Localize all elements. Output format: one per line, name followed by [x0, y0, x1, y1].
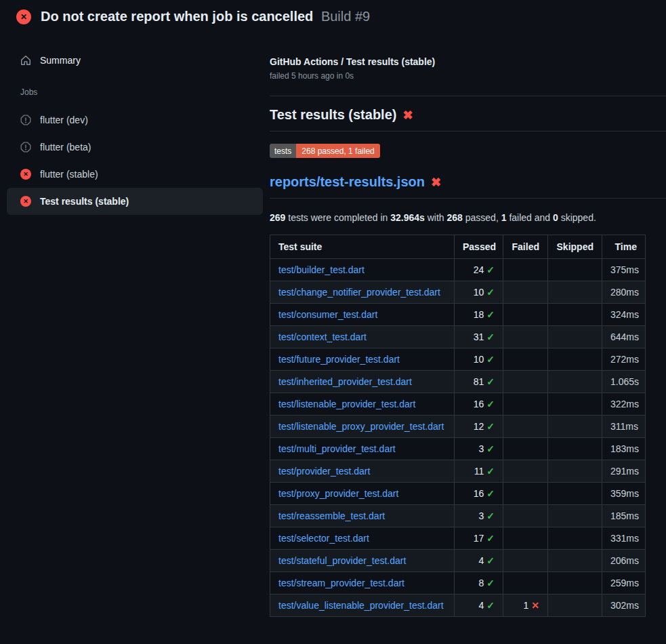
summary-segment: failed and: [507, 212, 554, 223]
passed-cell: 16✓: [455, 483, 503, 505]
skipped-cell: [548, 281, 602, 304]
column-header: Passed: [455, 235, 503, 259]
header-divider: [270, 96, 666, 96]
table-row: test/value_listenable_provider_test.dart…: [270, 595, 646, 617]
passed-count: 18: [474, 309, 484, 320]
suite-cell: test/stream_provider_test.dart: [270, 572, 455, 595]
failed-cell: [503, 505, 548, 527]
test-suite-link[interactable]: test/provider_test.dart: [278, 466, 370, 477]
test-suite-link[interactable]: test/value_listenable_provider_test.dart: [278, 600, 444, 611]
check-icon: ✓: [486, 354, 495, 365]
passed-cell: 8✓: [455, 572, 503, 595]
suite-cell: test/reassemble_test.dart: [270, 505, 455, 527]
skipped-cell: [548, 483, 602, 505]
job-status-line: failed 5 hours ago in 0s: [270, 71, 666, 81]
table-row: test/stream_provider_test.dart8✓259ms: [270, 572, 646, 595]
sidebar-item-job[interactable]: flutter (beta): [7, 134, 263, 161]
test-suite-link[interactable]: test/reassemble_test.dart: [278, 510, 385, 521]
failed-cross-icon: ✖: [402, 108, 413, 122]
time-cell: 206ms: [602, 550, 646, 572]
suite-cell: test/multi_provider_test.dart: [270, 438, 455, 460]
failed-cell: [503, 483, 548, 505]
summary-segment: 0: [553, 212, 558, 223]
table-row: test/context_test.dart31✓644ms: [270, 326, 646, 348]
check-icon: ✓: [486, 421, 495, 432]
passed-count: 81: [474, 376, 484, 387]
table-row: test/selector_test.dart17✓331ms: [270, 527, 646, 550]
table-row: test/inherited_provider_test.dart81✓1.06…: [270, 371, 646, 393]
column-header: Failed: [503, 235, 548, 259]
test-suite-link[interactable]: test/inherited_provider_test.dart: [278, 376, 412, 387]
table-row: test/consumer_test.dart18✓324ms: [270, 304, 646, 326]
passed-cell: 24✓: [455, 259, 503, 281]
test-suite-link[interactable]: test/proxy_provider_test.dart: [278, 488, 398, 499]
check-icon: ✓: [486, 376, 495, 387]
test-suite-link[interactable]: test/listenable_provider_test.dart: [278, 399, 415, 409]
table-row: test/stateful_provider_test.dart4✓206ms: [270, 550, 646, 572]
passed-cell: 16✓: [455, 393, 503, 416]
skipped-cell: [548, 550, 602, 572]
test-suite-link[interactable]: test/listenable_proxy_provider_test.dart: [278, 421, 444, 432]
sidebar-item-job[interactable]: ✕Test results (stable): [7, 188, 263, 215]
test-suite-link[interactable]: test/stream_provider_test.dart: [278, 578, 404, 588]
suite-cell: test/listenable_provider_test.dart: [270, 393, 455, 416]
time-cell: 183ms: [602, 438, 646, 460]
report-title: reports/test-results.json✖: [270, 174, 666, 199]
tests-summary-text: 269 tests were completed in 32.964s with…: [270, 212, 666, 223]
suite-cell: test/listenable_proxy_provider_test.dart: [270, 416, 455, 438]
suite-cell: test/builder_test.dart: [270, 259, 455, 281]
passed-count: 4: [478, 555, 484, 566]
suite-cell: test/stateful_provider_test.dart: [270, 550, 455, 572]
tests-badge[interactable]: tests 268 passed, 1 failed: [270, 144, 380, 158]
check-icon: ✓: [486, 443, 495, 454]
summary-segment: passed,: [463, 212, 501, 223]
test-suite-link[interactable]: test/stateful_provider_test.dart: [278, 555, 406, 566]
table-row: test/listenable_provider_test.dart16✓322…: [270, 393, 646, 416]
sidebar-item-summary[interactable]: Summary: [7, 49, 263, 71]
test-suite-link[interactable]: test/consumer_test.dart: [278, 309, 377, 320]
passed-count: 17: [474, 533, 484, 544]
failed-cell: 1✕: [503, 595, 548, 617]
passed-cell: 3✓: [455, 505, 503, 527]
report-file-link[interactable]: reports/test-results.json: [270, 174, 425, 189]
failed-status-icon: ✕: [16, 9, 31, 24]
summary-segment: 268: [447, 212, 463, 223]
check-icon: ✓: [486, 578, 495, 588]
passed-cell: 11✓: [455, 460, 503, 483]
test-suite-link[interactable]: test/change_notifier_provider_test.dart: [278, 287, 440, 298]
passed-count: 24: [474, 264, 484, 275]
time-cell: 185ms: [602, 505, 646, 527]
column-header: Test suite: [270, 235, 455, 259]
summary-segment: 32.964s: [390, 212, 425, 223]
passed-count: 8: [478, 578, 484, 588]
skipped-cell: [548, 595, 602, 617]
test-suite-link[interactable]: test/future_provider_test.dart: [278, 354, 400, 365]
skipped-cell: [548, 505, 602, 527]
time-cell: 375ms: [602, 259, 646, 281]
test-suite-link[interactable]: test/context_test.dart: [278, 331, 367, 342]
suite-cell: test/consumer_test.dart: [270, 304, 455, 326]
home-icon: [20, 55, 31, 66]
build-number: Build #9: [321, 9, 370, 24]
check-icon: ✓: [486, 533, 495, 544]
sidebar-item-label: Test results (stable): [40, 196, 129, 207]
test-suite-link[interactable]: test/multi_provider_test.dart: [278, 443, 396, 454]
skipped-cell: [548, 259, 602, 281]
check-icon: ✓: [486, 555, 495, 566]
time-cell: 644ms: [602, 326, 646, 348]
summary-segment: 269: [270, 212, 285, 223]
test-results-table: Test suitePassedFailedSkippedTime test/b…: [270, 235, 646, 617]
sidebar-item-job[interactable]: ✕flutter (stable): [7, 161, 263, 188]
sidebar-item-job[interactable]: flutter (dev): [7, 106, 263, 134]
passed-count: 31: [474, 331, 484, 342]
passed-count: 16: [474, 488, 484, 499]
summary-segment: 1: [501, 212, 507, 223]
test-suite-link[interactable]: test/builder_test.dart: [278, 264, 365, 275]
passed-count: 11: [474, 466, 484, 477]
time-cell: 280ms: [602, 281, 646, 304]
job-main-panel: GitHub Actions / Test results (stable) f…: [270, 33, 666, 617]
passed-cell: 10✓: [455, 281, 503, 304]
check-icon: ✓: [486, 466, 495, 477]
table-row: test/builder_test.dart24✓375ms: [270, 259, 646, 281]
test-suite-link[interactable]: test/selector_test.dart: [278, 533, 369, 544]
